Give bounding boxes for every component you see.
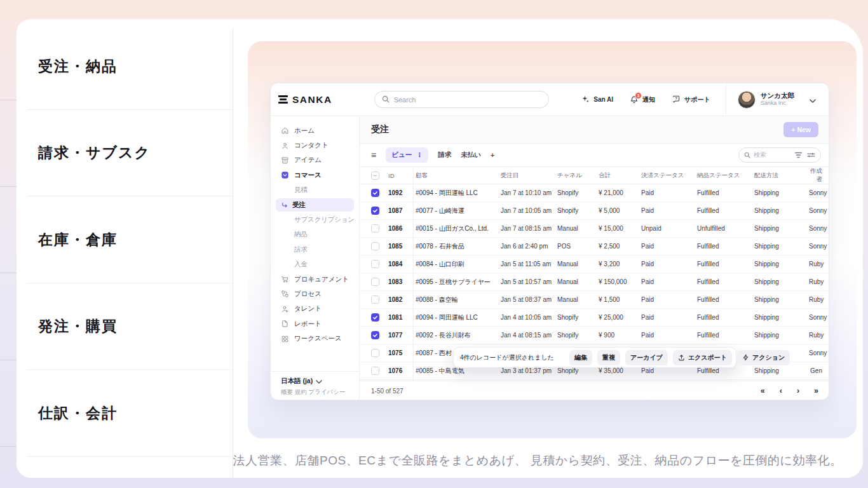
- cell-date: Jan 4 at 08:15 am: [501, 332, 557, 339]
- sidebar-item[interactable]: プロキュアメント: [271, 272, 359, 287]
- table-row[interactable]: 1083#0095 - 豆桃サプライヤーJan 5 at 10:57 amMan…: [360, 273, 829, 291]
- user-name: サンカ太郎: [761, 92, 794, 100]
- global-search-input[interactable]: Search: [374, 91, 549, 108]
- caption-text: 法人営業、店舗POS、ECまで全販路をまとめあげ、 見積から契約、受注、納品のフ…: [233, 452, 843, 469]
- archive-button[interactable]: アーカイブ: [625, 350, 668, 365]
- column-header-payment-status[interactable]: 決済ステータス: [641, 172, 697, 180]
- row-checkbox[interactable]: [371, 224, 379, 233]
- table-row[interactable]: 1092#0094 - 岡田運輸 LLCJan 7 at 10:10 amSho…: [360, 184, 829, 202]
- duplicate-button[interactable]: 重複: [597, 350, 620, 365]
- sidebar-subitem[interactable]: 受注: [271, 198, 359, 212]
- previous-page-icon[interactable]: ‹: [780, 387, 782, 395]
- app-sidebar-items: ホームコンタクトアイテムコマース見積受注サブスクリプション納品請求入金プロキュア…: [271, 116, 359, 346]
- sidebar-subitem[interactable]: 納品: [271, 227, 359, 242]
- column-header-channel[interactable]: チャネル: [557, 172, 599, 180]
- column-header-customer[interactable]: 顧客: [416, 172, 501, 180]
- topbar-actions: San AI 3 通知 ? サポート: [564, 83, 816, 116]
- cell-customer: #0078 - 石井食品: [416, 242, 501, 251]
- user-menu[interactable]: サンカ太郎 Sanka Inc.: [738, 91, 816, 109]
- background-divider-stub: [0, 360, 17, 360]
- table-row[interactable]: 1077#0092 - 長谷川財布Jan 4 at 08:15 amShopif…: [360, 327, 829, 344]
- row-checkbox[interactable]: [371, 207, 379, 215]
- upload-icon: [678, 354, 685, 361]
- sidebar-item-label: コンタクト: [294, 141, 329, 150]
- legal-links[interactable]: 概要 規約 プライバシー: [281, 388, 359, 396]
- table-search-input[interactable]: 検索: [738, 147, 821, 163]
- sliders-icon[interactable]: [807, 149, 815, 161]
- san-ai-button[interactable]: San AI: [581, 95, 613, 105]
- table-row[interactable]: 1081#0094 - 岡田運輸 LLCJan 4 at 10:05 amSho…: [360, 309, 829, 327]
- sidebar-item-label: ホーム: [294, 126, 315, 135]
- tab-view[interactable]: ビュー ⋮: [386, 147, 428, 163]
- first-page-icon[interactable]: «: [761, 387, 765, 395]
- table-row[interactable]: 1087#0077 - 山崎海運Jan 7 at 10:05 amShopify…: [360, 202, 829, 220]
- table-row[interactable]: 1082#0088 - 森空輸Jan 5 at 08:37 amManual¥ …: [360, 291, 829, 309]
- cell-channel: Manual: [557, 278, 599, 285]
- language-selector[interactable]: 日本語 (ja): [281, 377, 359, 386]
- column-header-fulfillment-status[interactable]: 納品ステータス: [697, 172, 754, 180]
- row-checkbox[interactable]: [371, 278, 379, 286]
- row-checkbox[interactable]: [371, 189, 379, 197]
- cell-channel: Manual: [557, 225, 599, 232]
- row-checkbox[interactable]: [371, 349, 379, 357]
- column-header-shipping-method[interactable]: 配送方法: [754, 172, 809, 180]
- sidebar-subitem[interactable]: サブスクリプション: [271, 212, 359, 227]
- new-button[interactable]: + New: [783, 122, 818, 137]
- sidebar-subitem[interactable]: 見積: [271, 183, 359, 198]
- column-header-order-date[interactable]: 受注日: [501, 172, 557, 180]
- row-checkbox[interactable]: [371, 313, 379, 322]
- notifications-button[interactable]: 3 通知: [630, 95, 655, 104]
- sidebar-item[interactable]: レポート: [271, 316, 359, 331]
- help-icon: ?: [672, 95, 681, 105]
- last-page-icon[interactable]: »: [814, 387, 818, 395]
- sidebar-item[interactable]: プロセス: [271, 287, 359, 301]
- cell-creator: Sonny: [809, 189, 829, 196]
- row-checkbox[interactable]: [371, 242, 379, 250]
- row-checkbox[interactable]: [371, 367, 379, 375]
- cell-creator: Gen: [809, 367, 829, 374]
- sidebar-item[interactable]: ワークスペース: [271, 331, 359, 346]
- filter-icon[interactable]: [794, 149, 803, 161]
- column-header-id[interactable]: ID: [388, 172, 416, 179]
- table-row[interactable]: 1086#0015 - 山田ガスCo., Ltd.Jan 7 at 08:15 …: [360, 220, 829, 238]
- next-page-icon[interactable]: ›: [797, 387, 799, 395]
- feature-tab[interactable]: 受注・納品: [17, 23, 233, 110]
- sidebar-item[interactable]: アイテム: [271, 153, 359, 168]
- table-row[interactable]: 1084#0084 - 山口印刷Jan 5 at 11:05 amManual¥…: [360, 255, 829, 273]
- select-all-checkbox[interactable]: –: [371, 172, 379, 180]
- actions-button[interactable]: アクション: [737, 350, 790, 365]
- kebab-icon[interactable]: ⋮: [416, 152, 423, 158]
- sidebar-item[interactable]: コマース: [271, 168, 359, 182]
- sidebar-item[interactable]: ホーム: [271, 123, 359, 138]
- feature-tab[interactable]: 在庫・倉庫: [17, 196, 233, 283]
- feature-tab[interactable]: 仕訳・会計: [17, 370, 233, 457]
- support-label: サポート: [684, 95, 710, 104]
- cell-fulfillment: Fulfilled: [697, 261, 754, 268]
- feature-tab[interactable]: 発注・購買: [17, 283, 233, 370]
- cell-channel: Shopify: [557, 314, 599, 321]
- add-view-button[interactable]: +: [491, 151, 494, 159]
- sidebar-subitem[interactable]: 請求: [271, 242, 359, 257]
- cell-fulfillment: Unfulfilled: [697, 225, 754, 232]
- chevron-down-icon: [810, 94, 816, 105]
- cell-customer: #0094 - 岡田運輸 LLC: [416, 189, 501, 198]
- list-view-icon[interactable]: ≡: [371, 151, 376, 159]
- cell-id: 1092: [388, 189, 416, 196]
- table-row[interactable]: 1085#0078 - 石井食品Jan 6 at 2:40 pmPOS¥ 2,5…: [360, 238, 829, 255]
- edit-button[interactable]: 編集: [569, 350, 592, 365]
- feature-tab-label: 請求・サブスク: [38, 143, 151, 163]
- sidebar-subitem[interactable]: 入金: [271, 257, 359, 272]
- support-button[interactable]: ? サポート: [672, 95, 710, 105]
- row-checkbox[interactable]: [371, 295, 379, 304]
- export-button[interactable]: エクスポート: [673, 350, 732, 365]
- column-header-creator[interactable]: 作成者: [809, 167, 829, 184]
- column-header-total[interactable]: 合計: [599, 172, 641, 180]
- row-checkbox[interactable]: [371, 331, 379, 339]
- tab-invoice[interactable]: 請求: [438, 151, 451, 159]
- sidebar-item[interactable]: コンタクト: [271, 138, 359, 152]
- cell-shipping: Shipping: [754, 278, 809, 285]
- row-checkbox[interactable]: [371, 260, 379, 268]
- feature-tab[interactable]: 請求・サブスク: [17, 110, 233, 197]
- sidebar-item[interactable]: タレント: [271, 302, 359, 316]
- tab-unpaid[interactable]: 未払い: [461, 151, 481, 159]
